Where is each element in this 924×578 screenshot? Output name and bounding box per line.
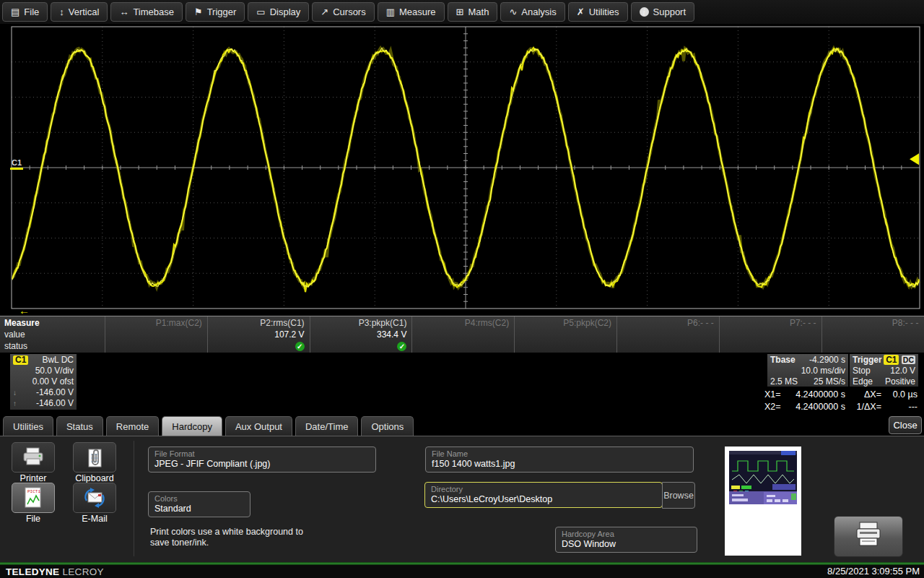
clock: 8/25/2021 3:09:55 PM [827, 566, 920, 577]
channel-coupling: BwL DC [42, 355, 74, 366]
tbase-label: Tbase [770, 355, 796, 366]
timebase-descriptor[interactable]: Tbase-4.2900 s 10.0 ms/div 2.5 MS25 MS/s [767, 354, 848, 387]
measure-col-p1[interactable]: P1:max(C2) [105, 316, 207, 353]
channel-zero-marker[interactable]: C1 [10, 158, 23, 170]
tbase-samples: 2.5 MS [770, 376, 798, 387]
directory-label: Directory [431, 484, 656, 494]
menu-label: Math [468, 7, 489, 17]
menu-button-trigger[interactable]: ⚑Trigger [186, 2, 245, 22]
measure-col-p5[interactable]: P5:pkpk(C2) [514, 316, 616, 353]
measure-value [617, 329, 714, 341]
status-label: status [4, 341, 105, 353]
menu-button-file[interactable]: ▤File [2, 2, 48, 22]
inv-dx-value: --- [881, 401, 918, 413]
destination-printer[interactable]: Printer [10, 442, 56, 483]
menu-button-utilities[interactable]: ✗Utilities [568, 2, 628, 22]
measure-col-p4[interactable]: P4:rms(C2) [411, 316, 514, 353]
menu-label: Vertical [69, 7, 100, 17]
file-name-label: File Name [432, 449, 687, 459]
status-bar: TELEDYNE LECROY 8/25/2021 3:09:55 PM [0, 562, 924, 578]
file-name-value: f150 1400 watts1.jpg [432, 459, 687, 470]
measure-value [105, 329, 202, 341]
meter-icon: ▥ [386, 7, 395, 17]
menu-button-analysis[interactable]: ∿Analysis [500, 2, 565, 22]
channel-offset: 0.00 V ofst [13, 376, 74, 387]
menu-button-support[interactable]: iSupport [631, 2, 695, 22]
file-format-field[interactable]: File Format JPEG - JFIF Compliant (.jpg) [148, 447, 376, 473]
menu-label: Trigger [207, 7, 237, 17]
tab-utilities[interactable]: Utilities [3, 416, 53, 436]
vertical-divider [134, 441, 134, 556]
hardcopy-area-label: Hardcopy Area [562, 529, 691, 539]
tbase-rate: 25 MS/s [814, 376, 845, 387]
measure-col-p2[interactable]: P2:rms(C1)107.2 V✓ [207, 316, 310, 353]
x2-label: X2= [764, 401, 788, 413]
min-arrow-icon: ↓ [13, 387, 17, 398]
measure-col-p3[interactable]: P3:pkpk(C1)334.4 V✓ [310, 316, 412, 353]
trigger-level-marker[interactable] [910, 153, 919, 165]
trigger-mode: Stop [853, 366, 871, 376]
browse-button[interactable]: Browse [662, 482, 695, 509]
waveform-display: C1 ← [0, 24, 924, 316]
clipboard-page-icon[interactable] [73, 442, 116, 473]
menu-button-math[interactable]: ⊞Math [448, 2, 498, 22]
menu-label: Display [270, 7, 301, 17]
dx-label: ΔX= [845, 389, 881, 401]
tools-icon: ✗ [577, 7, 585, 17]
flag-icon: ⚑ [194, 7, 203, 17]
inv-dx-label: 1/ΔX= [845, 401, 881, 413]
file-name-field[interactable]: File Name f150 1400 watts1.jpg [425, 447, 694, 473]
channel-descriptor-c1[interactable]: C1 BwL DC 50.0 V/div 0.00 V ofst ↓-146.0… [10, 354, 77, 410]
printer-icon[interactable] [12, 442, 55, 473]
menu-button-vertical[interactable]: ↕Vertical [51, 2, 108, 22]
colors-field[interactable]: Colors Standard [148, 491, 250, 517]
close-button[interactable]: Close [889, 416, 922, 434]
clipboard-icon: ▤ [11, 7, 19, 17]
vertical-arrows-icon: ↕ [59, 7, 64, 17]
trigger-slope: Positive [885, 376, 915, 387]
menu-label: Utilities [589, 7, 619, 17]
measure-col-p8[interactable]: P8:- - - [821, 316, 924, 353]
info-icon: i [640, 7, 649, 17]
tab-date-time[interactable]: Date/Time [295, 416, 358, 436]
directory-field[interactable]: Directory C:\Users\LeCroyUser\Desktop [424, 482, 663, 508]
dialog-tabs: UtilitiesStatusRemoteHardcopyAux OutputD… [3, 416, 414, 436]
menu-button-measure[interactable]: ▥Measure [378, 2, 445, 22]
tab-aux-output[interactable]: Aux Output [225, 416, 292, 436]
menu-button-display[interactable]: ▭Display [248, 2, 309, 22]
tab-hardcopy[interactable]: Hardcopy [162, 416, 222, 436]
measure-status [515, 341, 611, 353]
measure-col-p6[interactable]: P6:- - - [616, 316, 719, 353]
dx-value: 0.0 µs [881, 389, 918, 401]
menu-label: Analysis [521, 7, 556, 17]
destination-label: Clipboard [71, 473, 118, 483]
hardcopy-panel: File Format JPEG - JFIF Compliant (.jpg)… [0, 436, 924, 562]
picture-file-icon[interactable]: PICT1 [12, 483, 55, 513]
measure-status [617, 341, 714, 353]
destination-file[interactable]: PICT1File [10, 483, 56, 524]
menu-label: Cursors [333, 7, 366, 17]
destination-e-mail[interactable]: E-Mail [71, 483, 118, 524]
directory-value: C:\Users\LeCroyUser\Desktop [431, 494, 656, 505]
tab-options[interactable]: Options [361, 416, 414, 436]
calculator-icon: ⊞ [456, 7, 464, 17]
measure-header: P1:max(C2) [105, 318, 202, 329]
hardcopy-area-field[interactable]: Hardcopy Area DSO Window [555, 527, 697, 553]
destination-clipboard[interactable]: Clipboard [71, 442, 118, 483]
trigger-coupling-badge: DC [902, 355, 915, 364]
trigger-descriptor[interactable]: Trigger C1 DC Stop12.0 V EdgePositive [850, 354, 918, 387]
menu-button-timebase[interactable]: ↔Timebase [110, 2, 183, 22]
channel-scale: 50.0 V/div [13, 366, 74, 376]
brand-logo: TELEDYNE LECROY [6, 566, 104, 577]
tab-status[interactable]: Status [56, 416, 103, 436]
print-now-button[interactable] [834, 516, 903, 557]
measure-col-p7[interactable]: P7:- - - [719, 316, 821, 353]
email-icon[interactable] [73, 483, 116, 513]
value-label: value [4, 329, 105, 341]
colors-value: Standard [154, 504, 244, 514]
ok-check-icon: ✓ [397, 342, 406, 351]
measure-header: P4:rms(C2) [412, 318, 509, 329]
measure-value [822, 329, 919, 341]
menu-button-cursors[interactable]: ↗Cursors [312, 2, 374, 22]
tab-remote[interactable]: Remote [106, 416, 160, 436]
